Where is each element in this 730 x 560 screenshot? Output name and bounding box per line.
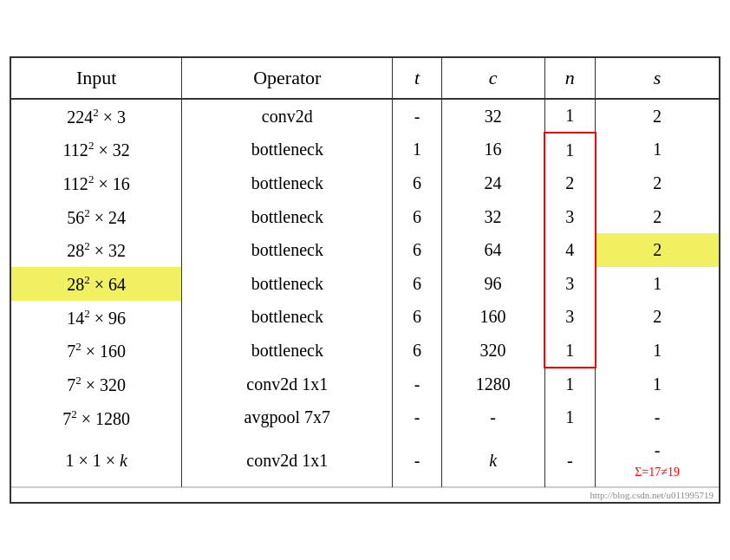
header-c: c <box>441 58 544 99</box>
cell-t: - <box>393 99 441 133</box>
watermark: http://blog.csdn.net/u011995719 <box>11 487 719 502</box>
cell-s: 2 <box>596 233 719 267</box>
cell-operator: bottleneck <box>182 200 393 234</box>
table-row: 142 × 96bottleneck616032 <box>11 301 719 335</box>
cell-input: 72 × 320 <box>11 368 182 401</box>
header-input: Input <box>11 58 182 99</box>
cell-c: 24 <box>441 166 544 200</box>
cell-n: 2 <box>544 166 595 200</box>
cell-t: 6 <box>393 233 441 267</box>
cell-c: 320 <box>441 334 544 368</box>
cell-operator: bottleneck <box>182 334 393 368</box>
cell-operator: bottleneck <box>182 166 393 200</box>
table-row: 72 × 1280avgpool 7x7--1- <box>11 401 719 435</box>
table-row: 1122 × 16bottleneck62422 <box>11 166 719 200</box>
cell-operator: bottleneck <box>182 301 393 335</box>
cell-t: - <box>393 368 441 401</box>
cell-n: 1 <box>544 401 595 435</box>
cell-operator: conv2d 1x1 <box>182 434 393 487</box>
table-row: 562 × 24bottleneck63232 <box>11 200 719 234</box>
header-t: t <box>393 58 441 99</box>
cell-c: 64 <box>441 233 544 267</box>
cell-n: 3 <box>544 267 595 301</box>
cell-c: 1280 <box>441 368 544 401</box>
cell-operator: bottleneck <box>182 267 393 301</box>
header-s: s <box>596 58 719 99</box>
cell-s: 1 <box>596 334 719 368</box>
cell-operator: bottleneck <box>182 233 393 267</box>
table-row: 72 × 160bottleneck632011 <box>11 334 719 368</box>
cell-s: -Σ=17≠19 <box>596 434 719 487</box>
cell-n: 1 <box>544 99 595 133</box>
cell-n: 1 <box>544 368 595 401</box>
table-row: 72 × 320conv2d 1x1-128011 <box>11 368 719 401</box>
cell-c: - <box>441 401 544 435</box>
cell-c: 32 <box>441 99 544 133</box>
cell-n: 1 <box>544 334 595 368</box>
cell-input: 1122 × 16 <box>11 166 182 200</box>
cell-input: 282 × 64 <box>11 267 182 301</box>
cell-input: 1 × 1 × k <box>11 434 182 487</box>
cell-s: 2 <box>596 166 719 200</box>
table-row: 282 × 64bottleneck69631 <box>11 267 719 301</box>
cell-input: 72 × 160 <box>11 334 182 368</box>
cell-c: k <box>441 434 544 487</box>
cell-n: 4 <box>544 233 595 267</box>
cell-n: 3 <box>544 200 595 234</box>
cell-s: 2 <box>596 200 719 234</box>
cell-operator: avgpool 7x7 <box>182 401 393 435</box>
cell-input: 72 × 1280 <box>11 401 182 435</box>
cell-t: 6 <box>393 334 441 368</box>
cell-input: 562 × 24 <box>11 200 182 234</box>
cell-t: 6 <box>393 301 441 335</box>
header-n: n <box>544 58 595 99</box>
header-operator: Operator <box>182 58 393 99</box>
table-row: 1122 × 32bottleneck11611 <box>11 133 719 166</box>
sum-annotation: Σ=17≠19 <box>635 466 680 479</box>
cell-s: 1 <box>596 133 719 166</box>
cell-t: 6 <box>393 267 441 301</box>
cell-input: 2242 × 3 <box>11 99 182 133</box>
cell-input: 1122 × 32 <box>11 133 182 166</box>
table-row: 282 × 32bottleneck66442 <box>11 233 719 267</box>
cell-input: 282 × 32 <box>11 233 182 267</box>
cell-n: 1 <box>544 133 595 166</box>
cell-operator: bottleneck <box>182 133 393 166</box>
cell-s: 2 <box>596 99 719 133</box>
cell-t: 6 <box>393 166 441 200</box>
cell-t: 6 <box>393 200 441 234</box>
cell-c: 32 <box>441 200 544 234</box>
cell-operator: conv2d <box>182 99 393 133</box>
table-row: 2242 × 3conv2d-3212 <box>11 99 719 133</box>
cell-n: 3 <box>544 301 595 335</box>
cell-t: - <box>393 434 441 487</box>
cell-s: - <box>596 401 719 435</box>
cell-s: 1 <box>596 267 719 301</box>
cell-c: 16 <box>441 133 544 166</box>
main-container: Input Operator t c n s 2242 × 3conv2d-32… <box>10 56 720 505</box>
cell-operator: conv2d 1x1 <box>182 368 393 401</box>
cell-c: 96 <box>441 267 544 301</box>
cell-s: 2 <box>596 301 719 335</box>
table-row: 1 × 1 × kconv2d 1x1-k--Σ=17≠19 <box>11 434 719 487</box>
cell-t: - <box>393 401 441 435</box>
cell-c: 160 <box>441 301 544 335</box>
architecture-table: Input Operator t c n s 2242 × 3conv2d-32… <box>11 58 719 488</box>
cell-n: - <box>544 434 595 487</box>
cell-s: 1 <box>596 368 719 401</box>
cell-t: 1 <box>393 133 441 166</box>
header-row: Input Operator t c n s <box>11 58 719 99</box>
cell-input: 142 × 96 <box>11 301 182 335</box>
